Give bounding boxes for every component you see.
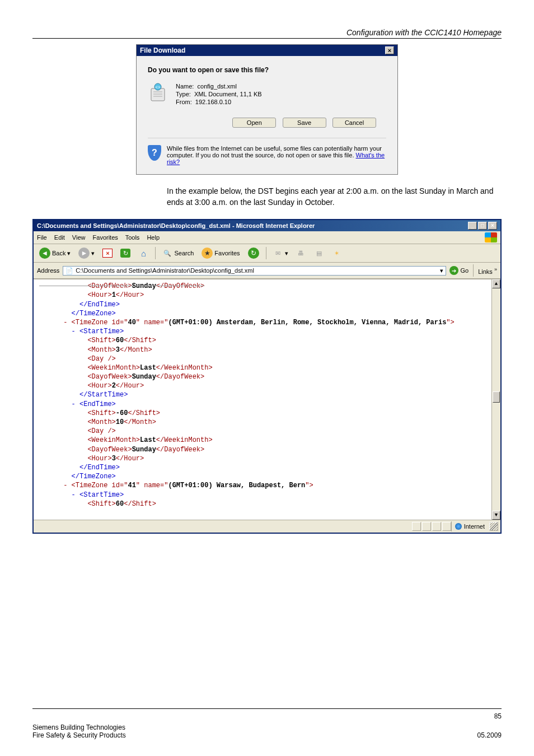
file-type: XML Document, 11,1 KB — [194, 91, 262, 97]
messenger-icon: ✶ — [332, 249, 342, 258]
home-button[interactable]: ⌂ — [136, 248, 151, 259]
menu-view[interactable]: View — [72, 234, 86, 241]
back-button[interactable]: ◄ Back ▾ — [37, 246, 73, 260]
ie-statusbar: Internet — [34, 520, 500, 533]
messenger-button[interactable]: ✶ — [330, 248, 344, 259]
search-button[interactable]: 🔍Search — [160, 248, 196, 259]
menu-tools[interactable]: Tools — [125, 234, 140, 241]
go-icon: ➔ — [449, 266, 458, 275]
minimize-icon[interactable]: _ — [468, 222, 477, 230]
svg-text:<>: <> — [155, 85, 161, 90]
dialog-titlebar: File Download × — [137, 45, 397, 56]
search-icon: 🔍 — [162, 249, 172, 258]
example-paragraph: In the example below, the DST begins eac… — [167, 186, 502, 208]
forward-icon: ► — [78, 248, 90, 259]
warning-icon: ? — [148, 145, 161, 165]
save-button[interactable]: Save — [283, 118, 326, 128]
footer-division: Fire Safety & Security Products — [32, 731, 126, 739]
scroll-thumb[interactable] — [493, 391, 500, 403]
file-name: config_dst.xml — [198, 83, 237, 90]
dialog-title-text: File Download — [140, 46, 185, 54]
address-value: C:\Documents and Settings\Administrator\… — [76, 267, 254, 274]
page-header: Configuration with the CCIC1410 Homepage — [32, 28, 502, 39]
forward-button[interactable]: ► ▾ — [76, 246, 97, 260]
globe-icon — [455, 523, 462, 530]
name-label: Name: — [176, 83, 194, 90]
menu-help[interactable]: Help — [147, 234, 160, 241]
edit-button[interactable]: ▤ — [312, 248, 326, 259]
vertical-scrollbar[interactable]: ▲ ▼ — [491, 279, 500, 520]
chevron-down-icon: ▾ — [91, 250, 95, 257]
maximize-icon[interactable]: □ — [478, 222, 487, 230]
ie-window: C:\Documents and Settings\Administrator\… — [32, 219, 502, 534]
links-button[interactable]: Links » — [478, 267, 497, 275]
ie-menubar: File Edit View Favorites Tools Help — [37, 234, 165, 241]
footer-date: 05.2009 — [477, 731, 502, 739]
status-cell — [422, 522, 431, 531]
star-icon: ★ — [202, 248, 213, 259]
print-icon: 🖶 — [296, 249, 306, 258]
xml-viewer: <DayOfWeek>Sunday</DayOfWeek> <Hour>1</H… — [34, 279, 500, 520]
stop-button[interactable]: × — [100, 248, 115, 259]
close-icon[interactable]: × — [385, 46, 394, 54]
close-icon[interactable]: × — [488, 222, 497, 230]
history-icon: ↻ — [248, 248, 259, 259]
address-input[interactable]: 📄 C:\Documents and Settings\Administrato… — [63, 266, 446, 276]
ie-title-text: C:\Documents and Settings\Administrator\… — [37, 222, 315, 229]
from-label: From: — [176, 99, 192, 105]
xml-doc-icon: 📄 — [65, 267, 73, 274]
ie-titlebar: C:\Documents and Settings\Administrator\… — [34, 220, 500, 231]
resize-grip-icon[interactable] — [489, 522, 498, 531]
status-zone: Internet — [451, 521, 488, 531]
print-button[interactable]: 🖶 — [294, 248, 308, 259]
chevron-down-icon[interactable]: ▾ — [440, 267, 443, 274]
page-number: 85 — [32, 712, 502, 720]
cancel-button[interactable]: Cancel — [332, 118, 376, 128]
history-button[interactable]: ↻ — [246, 246, 261, 260]
scroll-up-icon[interactable]: ▲ — [492, 279, 500, 288]
status-cell — [432, 522, 441, 531]
file-meta: Name: config_dst.xml Type: XML Document,… — [176, 83, 262, 106]
chevron-down-icon: ▾ — [67, 250, 71, 257]
scroll-down-icon[interactable]: ▼ — [492, 511, 500, 520]
refresh-icon: ↻ — [120, 249, 130, 258]
windows-flag-icon — [485, 232, 497, 242]
status-cell — [442, 522, 451, 531]
warning-text: While files from the Internet can be use… — [167, 145, 386, 165]
home-icon: ⌂ — [138, 249, 148, 258]
mail-icon: ✉ — [273, 249, 283, 258]
status-left-icon — [36, 523, 38, 530]
open-button[interactable]: Open — [232, 118, 276, 128]
menu-favorites[interactable]: Favorites — [93, 234, 118, 241]
edit-icon: ▤ — [314, 249, 324, 258]
back-icon: ◄ — [39, 248, 50, 259]
type-label: Type: — [176, 91, 191, 97]
refresh-button[interactable]: ↻ — [118, 248, 133, 259]
dialog-question: Do you want to open or save this file? — [148, 66, 386, 74]
address-label: Address — [37, 267, 59, 274]
xml-file-icon: <> — [148, 83, 170, 105]
status-cell — [412, 522, 421, 531]
favorites-button[interactable]: ★Favorites — [199, 246, 242, 260]
go-button[interactable]: ➔ Go — [449, 266, 469, 275]
menu-file[interactable]: File — [37, 234, 47, 241]
stop-icon: × — [102, 249, 113, 258]
footer-company: Siemens Building Technologies — [32, 724, 126, 731]
mail-button[interactable]: ✉▾ — [271, 248, 291, 259]
menu-edit[interactable]: Edit — [54, 234, 65, 241]
ie-addressbar: Address 📄 C:\Documents and Settings\Admi… — [34, 263, 500, 279]
ie-toolbar: ◄ Back ▾ ► ▾ × ↻ ⌂ 🔍Search ★Favorites ↻ … — [34, 244, 500, 263]
file-from: 192.168.0.10 — [195, 99, 231, 105]
file-download-dialog: File Download × Do you want to open or s… — [136, 44, 398, 175]
